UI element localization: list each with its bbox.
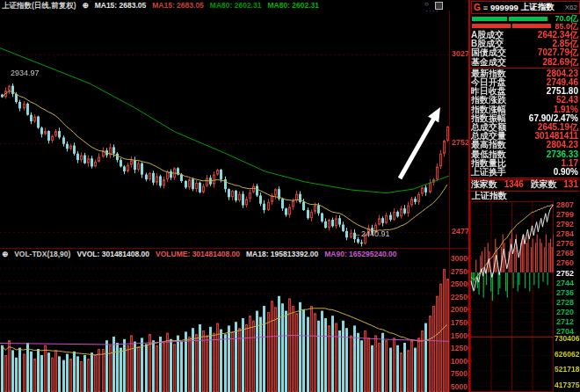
separator — [470, 178, 579, 178]
axis-tick-label: 730406 — [555, 335, 579, 344]
quote-row-label: 上证换手 — [471, 168, 506, 177]
axis-tick-label: 2744 — [556, 279, 574, 287]
main-chart-header: 上证指数(日线,前复权)⊕MA15: 2683.05MA15: 2683.05M… — [2, 0, 331, 11]
mini-intraday-chart[interactable] — [470, 201, 554, 392]
gauge-segment — [472, 24, 511, 28]
volume-legend-item: MA90: 165295240.00 — [324, 250, 396, 258]
quote-row: 指数涨跌52.43 — [470, 96, 579, 105]
panel-tag: X62 — [565, 4, 577, 11]
low-price-label: ←2440.91 — [353, 229, 390, 238]
trend-arrow-annotation — [389, 88, 455, 189]
axis-tick-label: 2736 — [556, 288, 574, 297]
quote-panel-header: G ≡ 999999 上证指数 X62 — [471, 1, 580, 14]
stock-name: 上证指数 — [521, 2, 555, 13]
axis-tick-label: 2728 — [556, 298, 574, 307]
chart-title: 上证指数(日线,前复权) — [2, 1, 76, 10]
quote-row-value: 2804.23 — [547, 141, 578, 149]
axis-tick-label: 2799 — [556, 210, 574, 219]
axis-tick-label: 2720 — [556, 308, 574, 316]
decliners-label: 跌家数 — [531, 180, 557, 189]
quote-row: 最高指数2804.23 — [470, 141, 579, 149]
gauge-segment — [512, 24, 551, 28]
quote-row: 上证换手0.90% — [470, 168, 579, 177]
indicator-settings-icon[interactable]: ⊕ — [83, 1, 89, 10]
mini-chart-title[interactable]: 上证指数 — [472, 192, 507, 200]
ma-legend-item: MA15: 2683.05 — [152, 1, 204, 10]
axis-tick-label: 417375 — [555, 381, 579, 390]
quote-row-value: 7027.79亿 — [538, 48, 578, 57]
stock-code: 999999 — [490, 3, 518, 12]
quote-row-value: 282.69亿 — [542, 58, 578, 67]
axis-tick-label: 7500 — [451, 370, 468, 379]
axis-tick-label: 2776 — [556, 239, 574, 248]
trading-app-window: 上证指数(日线,前复权)⊕MA15: 2683.05MA15: 2683.05M… — [0, 0, 580, 392]
ma-legend: MA15: 2683.05MA15: 2683.05MA80: 2602.31M… — [95, 1, 325, 10]
volume-legend-item: MA18: 195813392.00 — [246, 250, 318, 258]
menu-icon[interactable]: ≡ — [483, 4, 488, 12]
link-group-badge[interactable]: G — [474, 3, 481, 12]
axis-tick-label: 2784 — [556, 229, 574, 238]
quote-row-label: 指数涨跌 — [471, 96, 506, 105]
volume-legend-item: VVOL: 301481408.00 — [76, 250, 149, 258]
volume-bar-chart[interactable] — [0, 260, 449, 392]
axis-tick-label: 2760 — [556, 258, 574, 267]
volume-pane-header: ⊕VOL-TDX(18,90)VVOL: 301481408.00VOLUME:… — [2, 249, 409, 259]
advancers-value: 1346 — [504, 180, 524, 189]
decliners-value: 131 — [563, 180, 578, 189]
quote-row-label: 最高指数 — [471, 141, 506, 149]
quote-row-value: 52.43 — [556, 96, 578, 105]
volume-indicator-name: VOL-TDX(18,90) — [14, 250, 70, 258]
volume-legend: VVOL: 301481408.00VOLUME: 301481408.00MA… — [76, 250, 402, 258]
high-price-label: 2934.97 — [11, 69, 40, 77]
axis-tick-label: 2792 — [556, 220, 574, 229]
axis-tick-label: 521718 — [555, 366, 579, 374]
main-candlestick-chart[interactable] — [0, 11, 449, 248]
axis-tick-label: 2712 — [556, 317, 574, 326]
axis-tick-label: 2477 — [452, 227, 469, 236]
volume-legend-item: VOLUME: 301481408.00 — [156, 250, 240, 258]
ma-legend-item: MA80: 2602.31 — [267, 1, 319, 10]
quote-row-label: 基金成交 — [471, 58, 506, 67]
axis-tick-label: 626062 — [555, 351, 579, 359]
ma-legend-item: MA80: 2602.31 — [210, 1, 262, 10]
gauge-segment — [472, 17, 507, 21]
price-axis-line — [449, 11, 450, 392]
quote-row-value: 0.90% — [554, 168, 578, 177]
axis-tick-label: 2752 — [452, 138, 469, 147]
axis-tick-label: 2752 — [556, 269, 574, 278]
axis-tick-label: 2768 — [556, 249, 574, 258]
quote-row-label: 国债成交 — [471, 48, 506, 57]
axis-tick-label: 5000 — [451, 383, 468, 392]
ma-legend-item: MA15: 2683.05 — [95, 1, 147, 10]
advancers-label: 涨家数 — [471, 180, 497, 189]
axis-tick-label: 3027 — [452, 49, 469, 58]
gauge-segment — [509, 17, 547, 21]
axis-tick-label: 2807 — [556, 200, 574, 209]
sell-volume-gauge — [472, 24, 551, 28]
quote-row: 基金成交282.69亿 — [470, 58, 579, 67]
quote-rows: A股成交2642.34亿B股成交2.85亿国债成交7027.79亿基金成交282… — [470, 31, 579, 179]
adv-decl-row: 涨家数 1346 跌家数 131 — [470, 180, 579, 189]
volume-settings-icon[interactable]: ⊕ — [2, 250, 8, 258]
buy-volume-gauge — [472, 17, 547, 21]
